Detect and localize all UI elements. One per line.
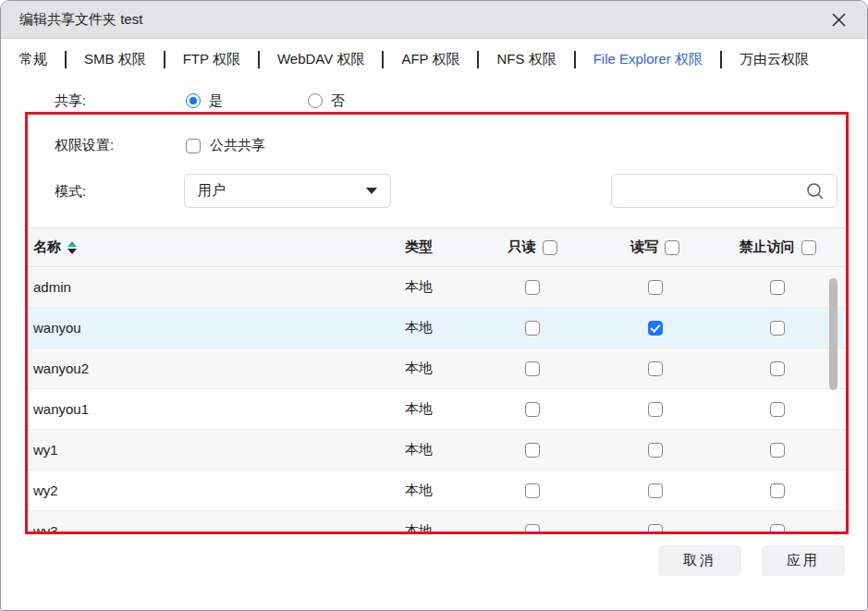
permission-settings-row: 权限设置: 公共共享 bbox=[55, 137, 265, 154]
close-button[interactable] bbox=[828, 9, 849, 30]
mode-dropdown-value: 用户 bbox=[198, 182, 226, 200]
deny-checkbox[interactable] bbox=[770, 280, 785, 295]
cancel-button[interactable]: 取消 bbox=[658, 545, 741, 576]
sort-icon[interactable] bbox=[67, 241, 77, 254]
deny-checkbox[interactable] bbox=[770, 524, 785, 535]
readwrite-checkbox[interactable] bbox=[648, 483, 663, 498]
readwrite-checkbox[interactable] bbox=[648, 361, 663, 376]
tab-ftp[interactable]: FTP 权限 bbox=[183, 51, 240, 68]
user-name: wanyou bbox=[31, 320, 405, 336]
readonly-checkbox[interactable] bbox=[525, 443, 540, 458]
readonly-checkbox[interactable] bbox=[525, 524, 540, 535]
user-type: 本地 bbox=[405, 482, 467, 499]
user-type: 本地 bbox=[405, 400, 467, 418]
column-header-name[interactable]: 名称 bbox=[31, 238, 405, 256]
radio-icon[interactable] bbox=[308, 93, 323, 108]
apply-button[interactable]: 应用 bbox=[762, 545, 845, 576]
chevron-down-icon bbox=[366, 188, 377, 194]
user-type: 本地 bbox=[405, 278, 467, 296]
user-type: 本地 bbox=[405, 441, 467, 458]
readonly-checkbox[interactable] bbox=[525, 280, 540, 295]
public-share-checkbox[interactable] bbox=[186, 139, 201, 153]
share-no-radio[interactable]: 否 bbox=[308, 92, 345, 110]
readonly-all-checkbox[interactable] bbox=[543, 240, 557, 255]
user-name: admin bbox=[31, 279, 405, 295]
mode-dropdown[interactable]: 用户 bbox=[184, 174, 391, 208]
readonly-checkbox[interactable] bbox=[525, 402, 540, 417]
deny-checkbox[interactable] bbox=[770, 483, 785, 498]
table-row[interactable]: wanyou1 本地 bbox=[28, 389, 846, 430]
close-icon bbox=[831, 12, 847, 28]
column-header-readonly: 只读 bbox=[467, 238, 598, 256]
search-box[interactable] bbox=[611, 174, 837, 208]
share-label: 共享: bbox=[55, 92, 186, 110]
tab-separator bbox=[258, 51, 260, 68]
tab-afp[interactable]: AFP 权限 bbox=[401, 51, 459, 68]
public-share-label: 公共共享 bbox=[210, 137, 265, 154]
tab-separator bbox=[164, 51, 165, 68]
table-header-row: 名称 类型 只读 读写 禁止访问 bbox=[28, 227, 846, 267]
column-header-readwrite: 读写 bbox=[598, 238, 712, 256]
user-type: 本地 bbox=[405, 319, 467, 336]
permissions-panel: 权限设置: 公共共享 模式: 用户 名称 bbox=[25, 112, 849, 534]
share-yes-label: 是 bbox=[209, 92, 223, 110]
readonly-checkbox[interactable] bbox=[525, 483, 540, 498]
readwrite-checkbox[interactable] bbox=[648, 280, 663, 295]
user-name: wy1 bbox=[31, 442, 405, 458]
tab-separator bbox=[574, 51, 576, 68]
readwrite-all-checkbox[interactable] bbox=[665, 240, 679, 255]
search-input[interactable] bbox=[623, 182, 805, 200]
share-yes-radio[interactable]: 是 bbox=[186, 92, 223, 110]
mode-label: 模式: bbox=[55, 183, 86, 201]
share-no-label: 否 bbox=[331, 92, 345, 110]
user-name: wanyou2 bbox=[31, 360, 405, 376]
share-row: 共享: 是 否 bbox=[55, 88, 867, 114]
tab-separator bbox=[477, 51, 479, 68]
user-name: wy2 bbox=[31, 483, 405, 498]
deny-checkbox[interactable] bbox=[770, 443, 785, 458]
tab-separator bbox=[382, 51, 384, 68]
search-icon[interactable] bbox=[805, 181, 825, 202]
readonly-checkbox[interactable] bbox=[525, 361, 540, 376]
edit-shared-folder-dialog: 编辑共享文件夹 test 常规 SMB 权限 FTP 权限 WebDAV 权限 … bbox=[0, 0, 868, 611]
column-header-deny: 禁止访问 bbox=[712, 238, 843, 256]
deny-all-checkbox[interactable] bbox=[801, 240, 816, 255]
tab-separator bbox=[65, 51, 67, 68]
user-name: wy3 bbox=[31, 523, 405, 534]
deny-checkbox[interactable] bbox=[770, 402, 785, 417]
table-row[interactable]: wanyou2 本地 bbox=[28, 348, 846, 389]
tab-file-explorer[interactable]: File Explorer 权限 bbox=[593, 51, 703, 68]
readwrite-checkbox[interactable] bbox=[648, 402, 663, 417]
tab-wanyou-cloud[interactable]: 万由云权限 bbox=[740, 51, 809, 68]
table-row[interactable]: wanyou 本地 bbox=[28, 308, 846, 348]
readwrite-checkbox[interactable] bbox=[648, 524, 663, 535]
permissions-table: 名称 类型 只读 读写 禁止访问 bbox=[28, 227, 846, 534]
readwrite-checkbox[interactable] bbox=[648, 321, 663, 336]
user-type: 本地 bbox=[405, 522, 467, 534]
tab-general[interactable]: 常规 bbox=[19, 51, 47, 68]
table-row[interactable]: wy1 本地 bbox=[28, 430, 846, 470]
table-row[interactable]: wy2 本地 bbox=[28, 470, 846, 511]
table-row[interactable]: admin 本地 bbox=[28, 267, 846, 308]
tab-nfs[interactable]: NFS 权限 bbox=[496, 51, 556, 68]
table-row[interactable]: wy3 本地 bbox=[28, 511, 846, 534]
deny-checkbox[interactable] bbox=[770, 321, 785, 336]
dialog-title: 编辑共享文件夹 test bbox=[19, 11, 142, 29]
tab-smb[interactable]: SMB 权限 bbox=[84, 51, 146, 68]
deny-checkbox[interactable] bbox=[770, 361, 785, 376]
tab-bar: 常规 SMB 权限 FTP 权限 WebDAV 权限 AFP 权限 NFS 权限… bbox=[1, 39, 867, 80]
permission-settings-label: 权限设置: bbox=[55, 137, 186, 154]
dialog-titlebar: 编辑共享文件夹 test bbox=[1, 1, 867, 39]
radio-icon[interactable] bbox=[186, 93, 201, 108]
readwrite-checkbox[interactable] bbox=[648, 443, 663, 458]
readonly-checkbox[interactable] bbox=[525, 321, 540, 336]
vertical-scrollbar-thumb[interactable] bbox=[829, 278, 837, 390]
tab-separator bbox=[720, 51, 722, 68]
column-header-type: 类型 bbox=[405, 238, 467, 256]
user-type: 本地 bbox=[405, 360, 467, 377]
user-name: wanyou1 bbox=[31, 401, 405, 417]
tab-webdav[interactable]: WebDAV 权限 bbox=[277, 51, 364, 68]
